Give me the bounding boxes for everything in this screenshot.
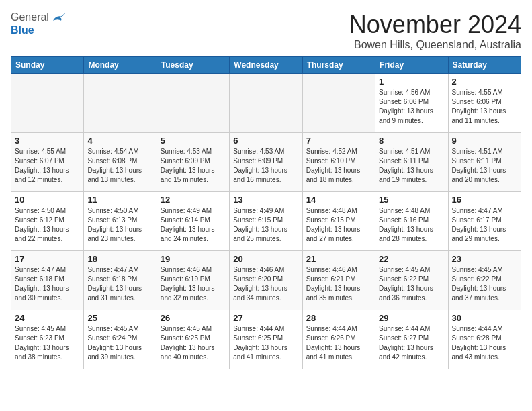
- day-info: Sunrise: 4:45 AM Sunset: 6:22 PM Dayligh…: [452, 265, 517, 303]
- day-info: Sunrise: 4:44 AM Sunset: 6:27 PM Dayligh…: [379, 324, 444, 362]
- day-info: Sunrise: 4:50 AM Sunset: 6:13 PM Dayligh…: [87, 206, 152, 244]
- logo: General Blue: [11, 11, 66, 36]
- day-number: 6: [233, 136, 298, 146]
- day-info: Sunrise: 4:55 AM Sunset: 6:07 PM Dayligh…: [15, 147, 80, 185]
- calendar-week-row: 3Sunrise: 4:55 AM Sunset: 6:07 PM Daylig…: [11, 133, 521, 192]
- day-info: Sunrise: 4:45 AM Sunset: 6:25 PM Dayligh…: [161, 324, 226, 362]
- location-title: Bowen Hills, Queensland, Australia: [349, 39, 521, 51]
- calendar-cell: 4Sunrise: 4:54 AM Sunset: 6:08 PM Daylig…: [84, 133, 157, 192]
- day-number: 3: [15, 136, 80, 146]
- day-number: 10: [15, 195, 80, 205]
- day-number: 24: [15, 313, 80, 323]
- weekday-header-monday: Monday: [84, 57, 157, 74]
- calendar-cell: 5Sunrise: 4:53 AM Sunset: 6:09 PM Daylig…: [157, 133, 229, 192]
- day-number: 1: [379, 77, 444, 87]
- weekday-header-tuesday: Tuesday: [157, 57, 229, 74]
- calendar-week-row: 17Sunrise: 4:47 AM Sunset: 6:18 PM Dayli…: [11, 251, 521, 310]
- calendar-cell: 20Sunrise: 4:46 AM Sunset: 6:20 PM Dayli…: [230, 251, 302, 310]
- calendar-cell: 2Sunrise: 4:55 AM Sunset: 6:06 PM Daylig…: [448, 74, 521, 133]
- day-number: 7: [306, 136, 371, 146]
- calendar-cell: 13Sunrise: 4:49 AM Sunset: 6:15 PM Dayli…: [230, 192, 302, 251]
- calendar-cell: 21Sunrise: 4:46 AM Sunset: 6:21 PM Dayli…: [302, 251, 375, 310]
- calendar-cell: 15Sunrise: 4:48 AM Sunset: 6:16 PM Dayli…: [375, 192, 448, 251]
- day-number: 29: [379, 313, 444, 323]
- day-info: Sunrise: 4:52 AM Sunset: 6:10 PM Dayligh…: [306, 147, 371, 185]
- calendar-cell: 14Sunrise: 4:48 AM Sunset: 6:15 PM Dayli…: [302, 192, 375, 251]
- day-info: Sunrise: 4:51 AM Sunset: 6:11 PM Dayligh…: [379, 147, 444, 185]
- day-number: 22: [379, 254, 444, 264]
- calendar-cell: 30Sunrise: 4:44 AM Sunset: 6:28 PM Dayli…: [448, 310, 521, 369]
- day-number: 14: [306, 195, 371, 205]
- header: General Blue November 2024 Bowen Hills, …: [11, 11, 521, 51]
- calendar-cell: 28Sunrise: 4:44 AM Sunset: 6:26 PM Dayli…: [302, 310, 375, 369]
- calendar-cell: 10Sunrise: 4:50 AM Sunset: 6:12 PM Dayli…: [11, 192, 84, 251]
- day-info: Sunrise: 4:53 AM Sunset: 6:09 PM Dayligh…: [233, 147, 298, 185]
- calendar-cell: [157, 74, 229, 133]
- day-info: Sunrise: 4:56 AM Sunset: 6:06 PM Dayligh…: [379, 88, 444, 126]
- day-info: Sunrise: 4:46 AM Sunset: 6:20 PM Dayligh…: [233, 265, 298, 303]
- day-number: 9: [452, 136, 517, 146]
- day-number: 30: [452, 313, 517, 323]
- calendar-cell: [302, 74, 375, 133]
- calendar-cell: 8Sunrise: 4:51 AM Sunset: 6:11 PM Daylig…: [375, 133, 448, 192]
- day-info: Sunrise: 4:54 AM Sunset: 6:08 PM Dayligh…: [87, 147, 152, 185]
- calendar-table: SundayMondayTuesdayWednesdayThursdayFrid…: [11, 56, 521, 369]
- day-number: 18: [87, 254, 152, 264]
- day-number: 27: [233, 313, 298, 323]
- day-info: Sunrise: 4:50 AM Sunset: 6:12 PM Dayligh…: [15, 206, 80, 244]
- day-number: 13: [233, 195, 298, 205]
- day-info: Sunrise: 4:44 AM Sunset: 6:28 PM Dayligh…: [452, 324, 517, 362]
- calendar-week-row: 24Sunrise: 4:45 AM Sunset: 6:23 PM Dayli…: [11, 310, 521, 369]
- weekday-header-sunday: Sunday: [11, 57, 84, 74]
- weekday-header-row: SundayMondayTuesdayWednesdayThursdayFrid…: [11, 57, 521, 74]
- title-area: November 2024 Bowen Hills, Queensland, A…: [349, 11, 521, 51]
- calendar-cell: 3Sunrise: 4:55 AM Sunset: 6:07 PM Daylig…: [11, 133, 84, 192]
- day-info: Sunrise: 4:49 AM Sunset: 6:15 PM Dayligh…: [233, 206, 298, 244]
- day-number: 11: [87, 195, 152, 205]
- calendar-cell: 17Sunrise: 4:47 AM Sunset: 6:18 PM Dayli…: [11, 251, 84, 310]
- logo-bird-icon: [50, 11, 66, 24]
- day-number: 20: [233, 254, 298, 264]
- calendar-cell: [84, 74, 157, 133]
- calendar-cell: 18Sunrise: 4:47 AM Sunset: 6:18 PM Dayli…: [84, 251, 157, 310]
- calendar-cell: 19Sunrise: 4:46 AM Sunset: 6:19 PM Dayli…: [157, 251, 229, 310]
- day-info: Sunrise: 4:47 AM Sunset: 6:18 PM Dayligh…: [87, 265, 152, 303]
- day-info: Sunrise: 4:45 AM Sunset: 6:22 PM Dayligh…: [379, 265, 444, 303]
- calendar-cell: 16Sunrise: 4:47 AM Sunset: 6:17 PM Dayli…: [448, 192, 521, 251]
- day-number: 19: [161, 254, 226, 264]
- calendar-cell: 29Sunrise: 4:44 AM Sunset: 6:27 PM Dayli…: [375, 310, 448, 369]
- calendar-cell: 27Sunrise: 4:44 AM Sunset: 6:25 PM Dayli…: [230, 310, 302, 369]
- day-info: Sunrise: 4:45 AM Sunset: 6:24 PM Dayligh…: [87, 324, 152, 362]
- day-info: Sunrise: 4:53 AM Sunset: 6:09 PM Dayligh…: [161, 147, 226, 185]
- day-info: Sunrise: 4:46 AM Sunset: 6:21 PM Dayligh…: [306, 265, 371, 303]
- day-number: 21: [306, 254, 371, 264]
- day-number: 4: [87, 136, 152, 146]
- day-info: Sunrise: 4:49 AM Sunset: 6:14 PM Dayligh…: [161, 206, 226, 244]
- calendar-cell: 22Sunrise: 4:45 AM Sunset: 6:22 PM Dayli…: [375, 251, 448, 310]
- day-number: 2: [452, 77, 517, 87]
- day-number: 26: [161, 313, 226, 323]
- day-info: Sunrise: 4:46 AM Sunset: 6:19 PM Dayligh…: [161, 265, 226, 303]
- day-number: 12: [161, 195, 226, 205]
- weekday-header-saturday: Saturday: [448, 57, 521, 74]
- day-number: 28: [306, 313, 371, 323]
- calendar-cell: 11Sunrise: 4:50 AM Sunset: 6:13 PM Dayli…: [84, 192, 157, 251]
- calendar-week-row: 1Sunrise: 4:56 AM Sunset: 6:06 PM Daylig…: [11, 74, 521, 133]
- day-info: Sunrise: 4:55 AM Sunset: 6:06 PM Dayligh…: [452, 88, 517, 126]
- day-number: 8: [379, 136, 444, 146]
- day-number: 15: [379, 195, 444, 205]
- day-info: Sunrise: 4:47 AM Sunset: 6:17 PM Dayligh…: [452, 206, 517, 244]
- weekday-header-thursday: Thursday: [302, 57, 375, 74]
- calendar-cell: 6Sunrise: 4:53 AM Sunset: 6:09 PM Daylig…: [230, 133, 302, 192]
- logo-general-text: General: [11, 11, 49, 24]
- day-info: Sunrise: 4:47 AM Sunset: 6:18 PM Dayligh…: [15, 265, 80, 303]
- calendar-cell: [230, 74, 302, 133]
- weekday-header-wednesday: Wednesday: [230, 57, 302, 74]
- calendar-cell: 1Sunrise: 4:56 AM Sunset: 6:06 PM Daylig…: [375, 74, 448, 133]
- day-info: Sunrise: 4:44 AM Sunset: 6:25 PM Dayligh…: [233, 324, 298, 362]
- day-number: 17: [15, 254, 80, 264]
- day-info: Sunrise: 4:48 AM Sunset: 6:16 PM Dayligh…: [379, 206, 444, 244]
- day-number: 23: [452, 254, 517, 264]
- calendar-cell: 7Sunrise: 4:52 AM Sunset: 6:10 PM Daylig…: [302, 133, 375, 192]
- calendar-cell: 26Sunrise: 4:45 AM Sunset: 6:25 PM Dayli…: [157, 310, 229, 369]
